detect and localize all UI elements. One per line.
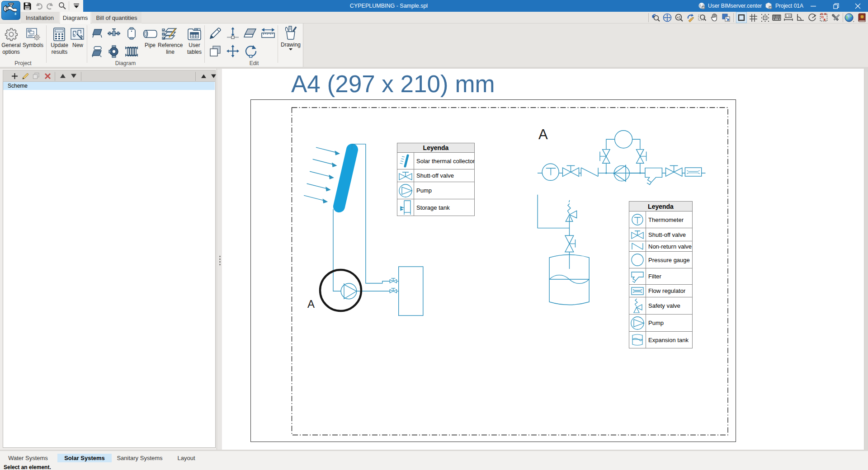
- snap-button[interactable]: [760, 12, 770, 23]
- measure-button[interactable]: [261, 26, 275, 41]
- tab-diagrams[interactable]: Diagrams: [60, 12, 90, 24]
- collector-tank-icon: [91, 46, 104, 57]
- svg-text:×2: ×2: [677, 15, 681, 19]
- dimensions-button[interactable]: 1.00: [783, 12, 794, 23]
- panel-splitter[interactable]: [217, 69, 222, 450]
- reference-line-button[interactable]: [161, 27, 179, 42]
- app-button[interactable]: [1, 1, 20, 20]
- pan-button[interactable]: [709, 12, 720, 23]
- polar-tracking-button[interactable]: [807, 12, 817, 23]
- edit-scheme-button[interactable]: [21, 71, 30, 80]
- zoom-window-button[interactable]: [697, 12, 708, 23]
- symbols-label: Symbols: [23, 42, 43, 49]
- circulation-pump-button[interactable]: [106, 45, 122, 58]
- undo-button[interactable]: [34, 1, 43, 10]
- copy-button[interactable]: [208, 44, 222, 58]
- web-button[interactable]: [844, 12, 855, 23]
- title-bar: CYPEPLUMBING - Sample.spl User BIMserver…: [0, 0, 868, 12]
- tab-bill-of-quantities[interactable]: Bill of quantities: [92, 12, 142, 24]
- scheme-list-item[interactable]: Scheme: [3, 82, 215, 90]
- legend-row: Expansion tank: [629, 332, 692, 348]
- selection-settings-button[interactable]: [818, 12, 829, 23]
- project-selector[interactable]: Project 01A: [765, 0, 803, 12]
- legend-row: Flow regulator: [629, 285, 692, 297]
- radiator-button[interactable]: [124, 45, 139, 58]
- ribbon-tab-row: Installation Diagrams Bill of quantities…: [0, 12, 868, 24]
- symbols-button[interactable]: [25, 27, 41, 42]
- edit-pencil-icon: [22, 72, 29, 80]
- keyboard-input-button[interactable]: [771, 12, 782, 23]
- vertical-tank-button[interactable]: [124, 27, 139, 40]
- maximize-button[interactable]: [828, 0, 844, 12]
- schemes-panel: Scheme: [0, 69, 217, 450]
- tab-installation[interactable]: Installation: [21, 12, 59, 24]
- minimize-button[interactable]: [806, 0, 821, 12]
- frame-toggle-button[interactable]: [736, 12, 747, 23]
- solar-panel-button[interactable]: [91, 27, 104, 40]
- customize-toolbar-button[interactable]: [71, 1, 81, 10]
- drawing-canvas[interactable]: A4 (297 x 210) mm: [222, 69, 864, 450]
- circulation-pump-icon: [108, 45, 120, 58]
- update-results-button[interactable]: [52, 27, 67, 42]
- thermometer-icon: [631, 213, 644, 226]
- delete-scheme-button[interactable]: [43, 71, 52, 80]
- tab-water-systems-label: Water Systems: [8, 455, 48, 461]
- collector-tank-button[interactable]: [91, 45, 104, 58]
- redo-button[interactable]: [46, 1, 55, 10]
- edit-element-button[interactable]: [208, 26, 222, 41]
- erase-button[interactable]: [243, 26, 258, 41]
- zoom-x2-button[interactable]: ×2: [674, 12, 684, 23]
- snap-icon: [761, 14, 769, 22]
- project-cube-icon: [765, 2, 773, 9]
- pipe-button[interactable]: [142, 27, 158, 41]
- non-return-valve-symbol: [581, 168, 598, 176]
- solar-collector-icon: [399, 154, 412, 168]
- bimserver-user[interactable]: User BIMserver.center: [698, 0, 762, 12]
- redraw-button[interactable]: [685, 12, 696, 23]
- tab-sanitary-systems[interactable]: Sanitary Systems: [113, 454, 167, 462]
- shutoff-valve-symbol-2: [666, 166, 682, 177]
- legend-row: Safety valve: [629, 297, 692, 315]
- move-button[interactable]: [226, 44, 240, 58]
- move-scheme-up-button[interactable]: [58, 71, 67, 80]
- swap-view-button[interactable]: [721, 12, 731, 23]
- keyboard-icon: [772, 14, 781, 21]
- frame-icon: [737, 14, 745, 22]
- angle-button[interactable]: [795, 12, 806, 23]
- vertical-shutoff-valve-symbol: [565, 235, 576, 252]
- configuration-button[interactable]: [830, 12, 841, 23]
- user-tables-label: User tables: [186, 42, 203, 56]
- new-diagram-label: New: [70, 42, 85, 49]
- zoom-extents-button[interactable]: [662, 12, 673, 23]
- drawing-button[interactable]: [284, 25, 297, 40]
- save-icon: [24, 2, 31, 10]
- save-button[interactable]: [23, 1, 32, 10]
- add-scheme-button[interactable]: [10, 71, 19, 80]
- rotate-button[interactable]: [244, 44, 258, 58]
- app-faucet-icon: [1, 1, 20, 20]
- panel-up-button[interactable]: [199, 71, 208, 80]
- general-options-button[interactable]: [4, 27, 19, 42]
- move-scheme-down-button[interactable]: [69, 71, 78, 80]
- tab-diagrams-label: Diagrams: [63, 14, 88, 21]
- close-button[interactable]: [850, 0, 865, 12]
- docs-button[interactable]: [856, 12, 868, 23]
- search-button[interactable]: [58, 1, 67, 10]
- group-label-project: Project: [0, 60, 46, 67]
- pipe-fittings-button[interactable]: [106, 27, 122, 40]
- new-diagram-button[interactable]: [70, 27, 85, 42]
- calculator-icon: [53, 28, 65, 41]
- zoom-previous-button[interactable]: [650, 12, 661, 23]
- scheme-item-label: Scheme: [8, 83, 28, 89]
- view-toolbar-separator: [648, 13, 649, 22]
- redraw-icon: [686, 13, 695, 22]
- bypass-valve-left: [600, 150, 610, 164]
- tab-layout[interactable]: Layout: [172, 454, 201, 462]
- tab-water-systems[interactable]: Water Systems: [4, 454, 52, 462]
- grid-button[interactable]: [748, 12, 759, 23]
- user-tables-button[interactable]: [186, 27, 203, 42]
- duplicate-scheme-button[interactable]: [32, 71, 41, 80]
- move-node-button[interactable]: [226, 26, 240, 41]
- settings-icon: [831, 13, 840, 22]
- tab-solar-systems[interactable]: Solar Systems: [57, 454, 112, 462]
